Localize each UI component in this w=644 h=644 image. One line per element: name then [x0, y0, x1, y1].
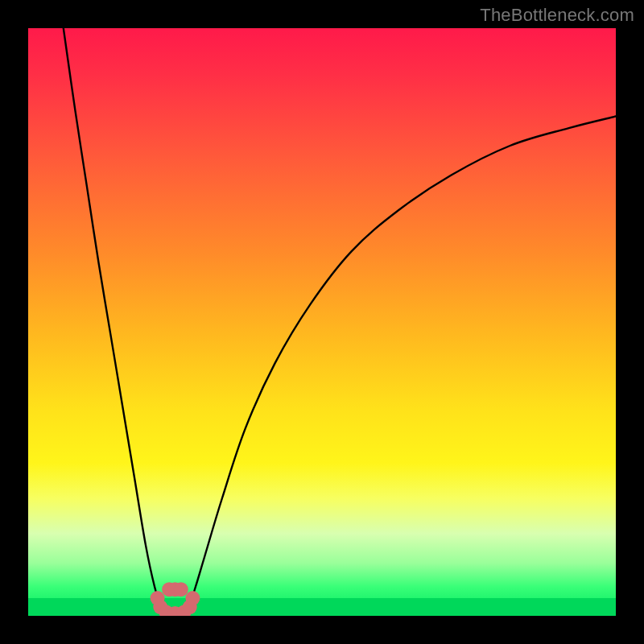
- bottleneck-curve: [28, 28, 616, 616]
- plot-area: [28, 28, 616, 616]
- curve-left-branch: [64, 28, 167, 613]
- curve-right-branch: [184, 117, 616, 613]
- attribution-text: TheBottleneck.com: [480, 5, 634, 26]
- chart-frame: TheBottleneck.com: [0, 0, 644, 644]
- knot-dot: [174, 582, 188, 597]
- curve-knot: [151, 582, 200, 616]
- knot-dot: [185, 591, 200, 605]
